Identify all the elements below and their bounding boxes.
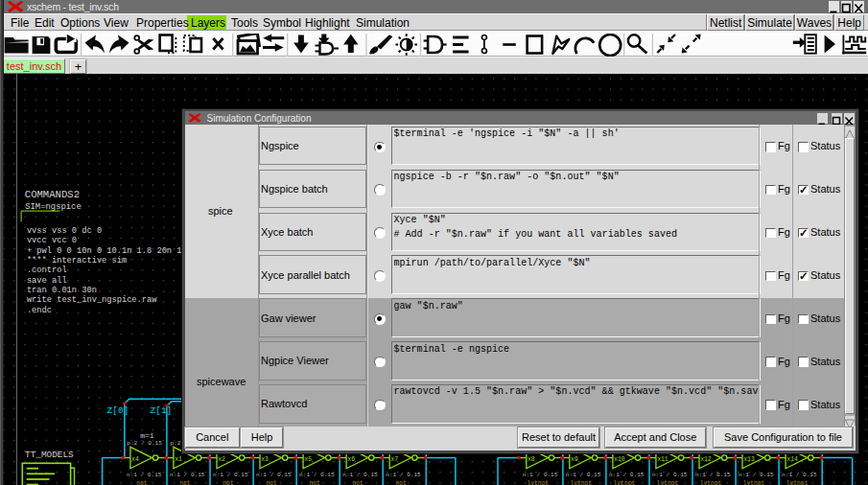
svg-text:x2: x2 [218, 456, 225, 463]
svg-text:vvcc vcc 0: vvcc vcc 0 [27, 236, 77, 245]
svg-text:not: not [179, 480, 191, 485]
svg-text:p:2: p:2 [170, 440, 180, 447]
svg-text:TT_MODELS: TT_MODELS [25, 450, 74, 460]
svg-text:lvtnot: lvtnot [527, 480, 549, 485]
svg-text:x1: x1 [175, 456, 182, 463]
svg-text:Z[1]: Z[1] [151, 405, 173, 416]
svg-text:save all: save all [27, 276, 67, 286]
svg-text:not: not [223, 480, 234, 485]
svg-text:+ pwl 0 0 10n 0 10.1n 1.8 20n: + pwl 0 0 10n 0 10.1n 1.8 20n 1 [27, 246, 182, 256]
svg-text:vvss vss 0 dc 0: vvss vss 0 dc 0 [27, 226, 102, 236]
svg-text:not: not [309, 480, 320, 485]
svg-text:n:1 / 0.15: n:1 / 0.15 [299, 472, 335, 478]
svg-text:lvtnot: lvtnot [571, 480, 593, 485]
svg-text:n:1 / 0.15: n:1 / 0.15 [213, 472, 248, 478]
svg-text:x9: x9 [571, 456, 578, 463]
svg-text:m=1: m=1 [140, 431, 154, 440]
svg-text:write test_inv_ngspice.raw: write test_inv_ngspice.raw [27, 295, 157, 305]
svg-text:Z[0]: Z[0] [107, 405, 129, 416]
svg-text:n:1 / 0.15: n:1 / 0.15 [256, 472, 292, 478]
svg-text:n:1 / 0.15: n:1 / 0.15 [170, 472, 205, 478]
svg-text:x14: x14 [786, 456, 798, 463]
svg-text:**** interactive sim: **** interactive sim [27, 256, 127, 266]
svg-text:n:1 / 0.15: n:1 / 0.15 [127, 472, 162, 478]
svg-text:n:1 / 0.15: n:1 / 0.15 [342, 472, 378, 478]
svg-text:lvtnot: lvtnot [743, 480, 765, 485]
svg-text:p:2 / 0.15: p:2 / 0.15 [127, 440, 162, 447]
svg-text:lvtnot: lvtnot [700, 480, 722, 485]
svg-text:n:1 / 0.15: n:1 / 0.15 [652, 472, 688, 478]
svg-text:x13: x13 [743, 456, 755, 463]
svg-text:lvtnot: lvtnot [786, 480, 809, 485]
svg-text:x12: x12 [700, 456, 712, 463]
svg-text:x6: x6 [347, 456, 355, 463]
svg-text:lvtnot: lvtnot [614, 480, 636, 485]
svg-text:n:1 / 0.15: n:1 / 0.15 [523, 472, 558, 478]
svg-text:n:1 / 0.15: n:1 / 0.15 [782, 472, 817, 478]
svg-text:not: not [266, 480, 277, 485]
svg-text:n:1 / 0.15: n:1 / 0.15 [386, 472, 421, 478]
svg-text:not: not [352, 480, 364, 485]
svg-text:tran 0.01n 30n: tran 0.01n 30n [27, 286, 97, 295]
svg-text:not: not [136, 480, 148, 485]
svg-text:lvtnot: lvtnot [657, 480, 679, 485]
svg-text:COMMANDS2: COMMANDS2 [25, 189, 80, 200]
svg-text:x11: x11 [657, 456, 669, 463]
svg-text:not: not [396, 480, 408, 485]
svg-text:.control: .control [27, 266, 67, 275]
svg-text:.endc: .endc [27, 306, 52, 315]
svg-text:x8: x8 [528, 456, 535, 463]
svg-text:x3: x3 [261, 456, 269, 463]
svg-text:x10: x10 [614, 456, 625, 463]
svg-text:x7: x7 [390, 456, 398, 463]
svg-text:x4: x4 [131, 456, 139, 463]
svg-text:n:1 / 0.15: n:1 / 0.15 [739, 472, 774, 478]
svg-text:n:1 / 0.15: n:1 / 0.15 [609, 472, 645, 478]
svg-text:n:1 / 0.15: n:1 / 0.15 [566, 472, 601, 478]
svg-text:x5: x5 [304, 456, 312, 463]
svg-text:n:1 / 0.15: n:1 / 0.15 [695, 472, 731, 478]
